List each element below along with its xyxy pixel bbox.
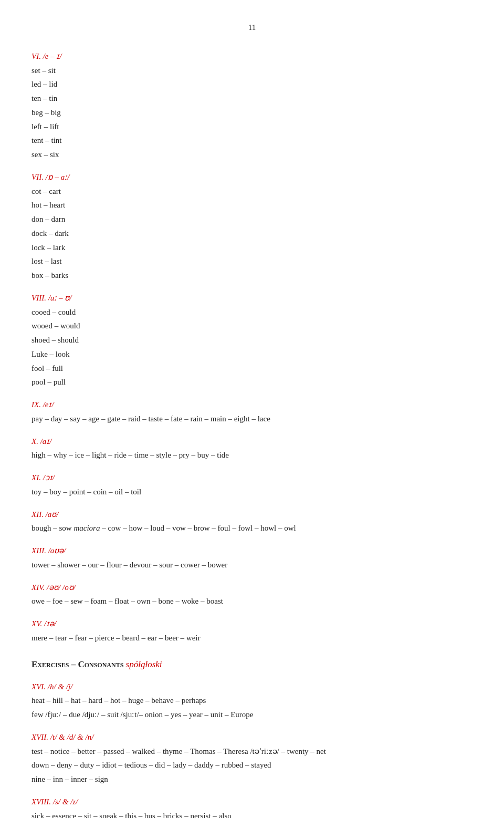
exercises-italic-label: spółgłoski — [126, 659, 162, 669]
section-xvii-heading: XVII. /t/ & /d/ & /n/ — [32, 731, 472, 744]
section-xiii-heading: XIII. /aʊə/ — [32, 544, 472, 557]
section-vi-line2: led – lid — [32, 78, 472, 91]
section-vi-line7: sex – six — [32, 148, 472, 161]
section-xvi-line2: few /fjuː/ – due /djuː/ – suit /sjuːt/– … — [32, 708, 472, 721]
section-xiv: XIV. /əʊ/ /oʊ/ owe – foe – sew – foam – … — [32, 581, 472, 608]
section-xvi: XVI. /h/ & /j/ heat – hill – hat – hard … — [32, 680, 472, 721]
section-viii-line1: cooed – could — [32, 306, 472, 319]
page-number: 11 — [32, 21, 472, 34]
section-vi-line1: set – sit — [32, 64, 472, 77]
exercises-dash: – Consonants — [69, 659, 125, 669]
section-xv-heading: XV. /ɪə/ — [32, 617, 472, 630]
section-xiii: XIII. /aʊə/ tower – shower – our – flour… — [32, 544, 472, 572]
section-vi-line4: beg – big — [32, 106, 472, 119]
section-vii-line2: hot – heart — [32, 199, 472, 212]
section-xii-line1: bough – sow maciora – cow – how – loud –… — [32, 522, 472, 535]
section-x-heading: X. /aɪ/ — [32, 435, 472, 448]
section-x-line1: high – why – ice – light – ride – time –… — [32, 449, 472, 462]
section-vi-line3: ten – tin — [32, 92, 472, 105]
exercises-heading: Exercises – Consonants spółgłoski — [32, 657, 472, 672]
main-content: VI. /e – ɪ/ set – sit led – lid ten – ti… — [32, 50, 472, 818]
section-viii-line5: fool – full — [32, 362, 472, 375]
section-viii-line6: pool – pull — [32, 376, 472, 389]
section-vii-line1: cot – cart — [32, 185, 472, 198]
section-xvi-line1: heat – hill – hat – hard – hot – huge – … — [32, 694, 472, 707]
section-vii-line4: dock – dark — [32, 227, 472, 240]
section-xiv-line1: owe – foe – sew – foam – float – own – b… — [32, 595, 472, 608]
section-vii-line6: lost – last — [32, 255, 472, 268]
section-vi-heading: VI. /e – ɪ/ — [32, 50, 472, 63]
section-viii-heading: VIII. /uː – ʊ/ — [32, 292, 472, 305]
section-vii-line3: don – darn — [32, 213, 472, 226]
section-xviii-line1: sick – essence – sit – speak – this – bu… — [32, 810, 472, 818]
section-viii-line3: shoed – should — [32, 334, 472, 347]
section-xviii-heading: XVIII. /s/ & /z/ — [32, 795, 472, 809]
section-viii: VIII. /uː – ʊ/ cooed – could wooed – wou… — [32, 292, 472, 389]
section-xviii: XVIII. /s/ & /z/ sick – essence – sit – … — [32, 795, 472, 818]
section-xvii-line1: test – notice – better – passed – walked… — [32, 745, 472, 758]
section-vii-line5: lock – lark — [32, 241, 472, 254]
section-vi-line6: tent – tint — [32, 134, 472, 147]
section-xi-heading: XI. /ɔɪ/ — [32, 471, 472, 484]
section-vi-line5: left – lift — [32, 120, 472, 133]
section-xiii-line1: tower – shower – our – flour – devour – … — [32, 558, 472, 572]
section-ix: IX. /eɪ/ pay – day – say – age – gate – … — [32, 398, 472, 426]
section-ix-heading: IX. /eɪ/ — [32, 398, 472, 411]
section-xvii-line3: nine – inn – inner – sign — [32, 773, 472, 786]
section-xii: XII. /aʊ/ bough – sow maciora – cow – ho… — [32, 508, 472, 535]
section-vii-heading: VII. /ɒ – aː/ — [32, 171, 472, 184]
exercises-label: Exercises — [32, 659, 69, 669]
section-xii-heading: XII. /aʊ/ — [32, 508, 472, 521]
section-x: X. /aɪ/ high – why – ice – light – ride … — [32, 435, 472, 462]
section-xvii-line2: down – deny – duty – idiot – tedious – d… — [32, 759, 472, 772]
section-vii-line7: box – barks — [32, 269, 472, 282]
section-ix-line1: pay – day – say – age – gate – raid – ta… — [32, 412, 472, 426]
section-xiv-heading: XIV. /əʊ/ /oʊ/ — [32, 581, 472, 594]
section-xi-line1: toy – boy – point – coin – oil – toil — [32, 485, 472, 499]
section-vii: VII. /ɒ – aː/ cot – cart hot – heart don… — [32, 171, 472, 282]
section-xi: XI. /ɔɪ/ toy – boy – point – coin – oil … — [32, 471, 472, 499]
section-viii-line2: wooed – would — [32, 319, 472, 333]
section-xv: XV. /ɪə/ mere – tear – fear – pierce – b… — [32, 617, 472, 645]
section-xv-line1: mere – tear – fear – pierce – beard – ea… — [32, 631, 472, 645]
section-xvii: XVII. /t/ & /d/ & /n/ test – notice – be… — [32, 731, 472, 786]
section-viii-line4: Luke – look — [32, 348, 472, 361]
section-vi: VI. /e – ɪ/ set – sit led – lid ten – ti… — [32, 50, 472, 161]
section-xvi-heading: XVI. /h/ & /j/ — [32, 680, 472, 693]
